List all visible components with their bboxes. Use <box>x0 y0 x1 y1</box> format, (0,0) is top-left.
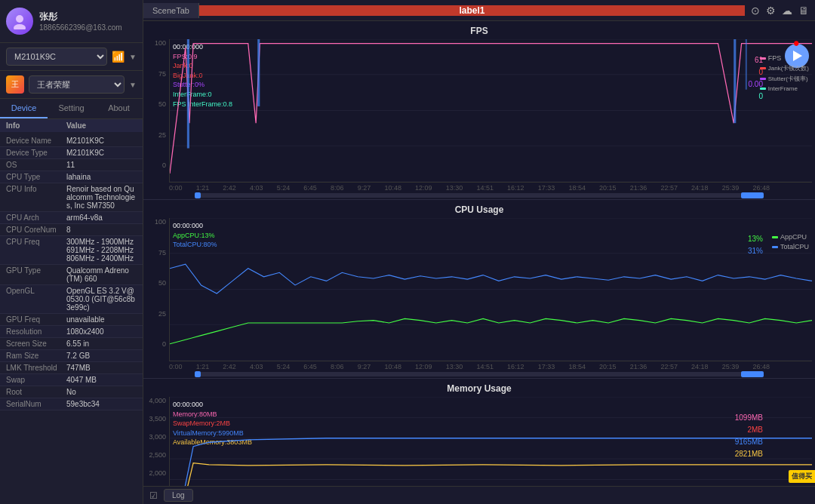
svg-rect-10 <box>746 39 747 90</box>
cpu-timeline <box>169 372 789 376</box>
memory-chart-container: 4,0003,5003,0002,5002,0001,5001,0005000 … <box>143 397 815 486</box>
game-selector: 王 王者荣耀 ▼ <box>0 71 143 99</box>
info-row: OpenGLOpenGL ES 3.2 V@0530.0 (GIT@56c8b3… <box>0 285 143 314</box>
cpu-chart-section: CPU Usage 1007550250 00:00:000 AppCPU:13… <box>143 200 815 379</box>
info-row: GPU TypeQualcomm Adreno (TM) 660 <box>0 265 143 285</box>
cpu-y-axis: 1007550250 <box>146 218 169 361</box>
memory-svg <box>170 397 812 486</box>
fps-x-axis: 0:001:212:424:035:246:458:069:2710:4812:… <box>169 183 770 192</box>
info-row: GPU Frequnavailable <box>0 314 143 326</box>
log-button[interactable]: Log <box>164 489 193 502</box>
user-info: 张彤 18865662396@163.com <box>39 11 122 32</box>
monitor-icon[interactable]: 🖥 <box>798 5 809 17</box>
fps-chart-body: 00:00:000 FPS:0.9 Jank:0 BigJank:0 Stutt… <box>169 39 812 183</box>
main-content: SceneTab label1 ⊙ ⚙ ☁ 🖥 FPS 1007550250 <box>143 0 815 504</box>
fps-chart-title: FPS <box>143 24 815 39</box>
cpu-svg <box>170 218 812 361</box>
tab-device[interactable]: Device <box>0 99 48 118</box>
svg-rect-7 <box>187 39 189 149</box>
topbar-icons: ⊙ ⚙ ☁ 🖥 <box>745 5 815 17</box>
tab-about[interactable]: About <box>95 99 143 118</box>
info-row: CPU Archarm64-v8a <box>0 212 143 224</box>
user-profile: 张彤 18865662396@163.com <box>0 0 143 43</box>
info-row: Screen Size6.55 in <box>0 338 143 350</box>
info-table: Device NameM2101K9CDevice TypeM2101K9COS… <box>0 132 143 504</box>
info-row: Device TypeM2101K9C <box>0 147 143 159</box>
cpu-chart-container: 1007550250 00:00:000 AppCPU:13% TotalCPU… <box>143 218 815 361</box>
sidebar: 张彤 18865662396@163.com M2101K9C 📶 ▼ 王 王者… <box>0 0 143 504</box>
info-row: LMK Threshold747MB <box>0 362 143 374</box>
info-row: Ram Size7.2 GB <box>0 350 143 362</box>
svg-point-0 <box>16 15 23 23</box>
game-chevron-icon: ▼ <box>129 81 137 89</box>
tab-bar: Device Setting About <box>0 99 143 119</box>
device-selector: M2101K9C 📶 ▼ <box>0 43 143 71</box>
memory-chart-body: 00:00:000 Memory:80MB SwapMemory:2MB Vir… <box>169 397 812 486</box>
cloud-icon[interactable]: ☁ <box>782 5 792 17</box>
checkbox-icon: ☑ <box>149 490 158 501</box>
fps-chart-section: FPS 1007550250 00:00:000 FPS:0.9 <box>143 21 815 200</box>
fps-svg <box>170 39 812 182</box>
game-dropdown[interactable]: 王者荣耀 <box>29 75 125 94</box>
game-icon: 王 <box>6 75 24 94</box>
memory-chart-section: Memory Usage 4,0003,5003,0002,5002,0001,… <box>143 379 815 486</box>
watermark: 值得买 <box>789 470 815 483</box>
chevron-icon: ▼ <box>129 53 137 61</box>
memory-values-right: 1099MB 2MB 9165MB 2821MB <box>735 412 763 460</box>
info-row: CPU InfoRenoir based on Qualcomm Technol… <box>0 183 143 212</box>
info-row: Swap4047 MB <box>0 374 143 386</box>
info-row: CPU CoreNum8 <box>0 224 143 236</box>
info-row: Device NameM2101K9C <box>0 135 143 147</box>
cpu-values-right: 13% 31% <box>748 233 763 257</box>
info-header: Info Value <box>0 119 143 132</box>
bottom-bar: ☑ Log <box>143 486 815 504</box>
cpu-chart-title: CPU Usage <box>143 203 815 218</box>
memory-y-axis: 4,0003,5003,0002,5002,0001,5001,0005000 <box>146 397 169 486</box>
location-icon[interactable]: ⊙ <box>751 5 760 17</box>
user-email: 18865662396@163.com <box>39 23 122 32</box>
cpu-x-axis: 0:001:212:424:035:246:458:069:2710:4812:… <box>169 361 770 370</box>
info-row: Resolution1080x2400 <box>0 326 143 338</box>
info-row: RootNo <box>0 386 143 398</box>
scene-tab[interactable]: SceneTab <box>143 3 199 18</box>
fps-timeline <box>169 193 789 198</box>
fps-y-axis: 1007550250 <box>146 39 169 183</box>
info-row: CPU Freq300MHz - 1900MHz 691MHz - 2208MH… <box>0 236 143 265</box>
avatar <box>6 8 33 35</box>
cpu-chart-body: 00:00:000 AppCPU:13% TotalCPU:80% <box>169 218 812 361</box>
svg-rect-9 <box>734 39 736 123</box>
fps-chart-wrapper: 1007550250 00:00:000 FPS:0.9 Jank:0 BigJ… <box>143 39 815 198</box>
device-dropdown[interactable]: M2101K9C <box>6 48 107 66</box>
username: 张彤 <box>39 11 122 23</box>
label-bar: label1 <box>199 5 745 16</box>
memory-chart-title: Memory Usage <box>143 382 815 397</box>
cpu-legend: AppCPU TotalCPU <box>772 233 812 250</box>
info-row: SerialNum59e3bc34 <box>0 398 143 410</box>
tab-setting[interactable]: Setting <box>48 99 95 118</box>
fps-chart-container: 1007550250 00:00:000 FPS:0.9 Jank:0 BigJ… <box>143 39 815 183</box>
svg-point-11 <box>794 41 798 46</box>
svg-point-1 <box>14 24 26 29</box>
info-row: OS11 <box>0 159 143 171</box>
svg-rect-8 <box>257 39 260 106</box>
wifi-icon: 📶 <box>112 51 125 63</box>
fps-legend: FPS Jank(卡顿次数) Stutter(卡顿率) InterFrame <box>760 54 812 92</box>
info-row: CPU Typelahaina <box>0 171 143 183</box>
topbar: SceneTab label1 ⊙ ⚙ ☁ 🖥 <box>143 0 815 21</box>
charts-area: FPS 1007550250 00:00:000 FPS:0.9 <box>143 21 815 486</box>
settings-icon[interactable]: ⚙ <box>766 5 776 17</box>
